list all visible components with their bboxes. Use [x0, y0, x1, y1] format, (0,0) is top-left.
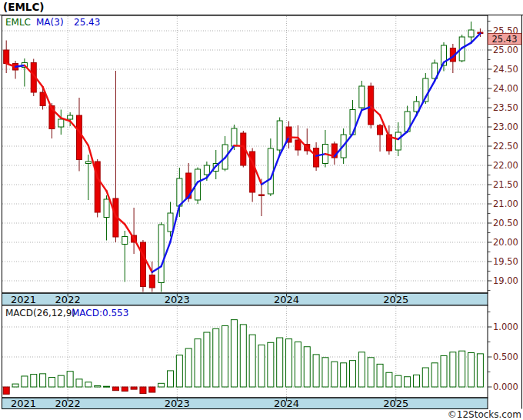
macd-value-axis: 1.0000.5000.000	[488, 312, 518, 393]
candle-body-2024-02	[295, 140, 301, 150]
macd-bar-2025-04	[422, 368, 428, 387]
candle-body-2022-02	[77, 115, 82, 160]
macd-bar-2023-08	[240, 325, 246, 387]
candle-body-2025-09	[468, 30, 474, 37]
year-label-main-2021: 2021	[11, 294, 36, 305]
main-axis-label: 24.00	[493, 83, 518, 94]
macd-bar-2022-07	[122, 387, 128, 391]
macd-bar-2025-05	[431, 363, 438, 387]
macd-bar-2021-07	[12, 384, 18, 387]
main-axis-label: 19.50	[493, 256, 518, 267]
macd-bar-2024-08	[350, 361, 356, 387]
macd-bar-2025-06	[441, 355, 447, 387]
macd-bar-2023-12	[277, 338, 283, 387]
candle-body-2023-07	[232, 128, 237, 146]
candle-body-2022-10	[149, 275, 155, 288]
candle-body-2022-11	[158, 225, 164, 283]
last-price-label: 25.43	[492, 34, 518, 45]
macd-bar-2022-12	[168, 371, 174, 387]
macd-bar-2023-07	[231, 320, 237, 387]
candle-body-2022-03	[85, 162, 91, 164]
main-price-axis: 25.5025.0024.5024.0023.5023.0022.5022.00…	[488, 22, 518, 291]
main-axis-label: 19.00	[493, 275, 518, 286]
main-axis-label: 20.00	[493, 237, 518, 248]
macd-bar-2025-10	[477, 354, 483, 387]
macd-bar-2024-03	[304, 347, 310, 387]
macd-bar-2023-01	[176, 355, 182, 387]
candle-body-2023-12	[277, 121, 282, 150]
legend-ma-value: 25.43	[74, 17, 100, 28]
candle-body-2021-12	[58, 119, 64, 127]
main-axis-label: 23.50	[493, 102, 518, 113]
macd-bar-2022-03	[85, 382, 92, 387]
macd-bar-2022-11	[158, 383, 165, 387]
main-axis-label: 23.00	[493, 122, 518, 132]
macd-bar-2025-02	[405, 377, 411, 387]
page-title: (EMLC)	[3, 1, 45, 13]
candle-body-2024-04	[314, 148, 319, 168]
macd-bar-2025-08	[459, 351, 465, 387]
emlc-chart-svg: (EMLC) 25.5025.0024.5024.0023.5023.0022.…	[0, 0, 523, 420]
main-axis-label: 20.50	[493, 218, 518, 228]
candle-body-2021-06	[4, 50, 9, 64]
macd-bar-2022-05	[104, 386, 110, 387]
candle-body-2022-07	[122, 237, 128, 245]
legend-ma-label: MA(3)	[36, 17, 64, 28]
copyright-link[interactable]: ©12Stocks.com	[448, 409, 521, 420]
macd-bar-2022-04	[95, 385, 101, 387]
macd-bar-2025-01	[395, 375, 401, 387]
macd-bar-2023-04	[204, 332, 210, 387]
macd-bar-2022-02	[76, 379, 82, 387]
candle-body-2023-01	[177, 178, 182, 206]
legend-symbol: EMLC	[5, 17, 31, 28]
macd-bar-2024-11	[377, 364, 383, 387]
macd-bar-2024-12	[386, 372, 392, 387]
year-label-macd-2021: 2021	[11, 398, 36, 409]
macd-bar-2021-12	[58, 375, 64, 387]
candle-body-2021-10	[40, 92, 45, 106]
macd-bar-2023-06	[222, 325, 228, 387]
candle-body-2022-05	[104, 199, 109, 218]
main-axis-label: 21.00	[493, 198, 518, 209]
ma3-segment	[234, 145, 243, 146]
macd-bar-2025-09	[468, 353, 475, 387]
macd-bar-2023-10	[258, 345, 265, 387]
macd-bar-2022-06	[112, 387, 118, 391]
macd-legend-value: MACD:0.553	[72, 308, 128, 318]
candle-body-2022-09	[140, 242, 145, 287]
candle-body-2023-04	[204, 165, 209, 175]
candle-body-2023-10	[259, 195, 265, 195]
macd-bar-2021-08	[22, 376, 28, 387]
macd-legend-label: MACD(26,12,9)	[5, 308, 75, 318]
main-axis-label: 24.50	[493, 64, 518, 75]
stock-chart-window: (EMLC) 25.5025.0024.5024.0023.5023.0022.…	[0, 0, 523, 420]
macd-bar-2023-09	[249, 335, 255, 387]
macd-axis-label: 0.500	[493, 352, 518, 362]
candle-body-2023-11	[268, 148, 273, 194]
macd-bar-2025-03	[413, 375, 419, 387]
main-axis-label: 25.00	[493, 45, 518, 55]
candle-body-2022-12	[168, 213, 173, 232]
macd-bar-2024-05	[322, 358, 328, 387]
macd-bar-2024-09	[358, 352, 365, 387]
macd-bar-2024-06	[331, 362, 338, 387]
macd-axis-label: 0.000	[493, 382, 518, 392]
macd-bar-2023-05	[213, 328, 219, 387]
macd-bar-2021-11	[48, 378, 55, 387]
macd-bar-2021-09	[31, 375, 37, 387]
macd-bar-2024-04	[313, 355, 319, 387]
macd-bar-2024-10	[368, 358, 374, 387]
macd-bar-2024-01	[286, 339, 292, 387]
ma3-segment	[289, 137, 298, 138]
candle-body-2024-11	[378, 125, 383, 135]
macd-bar-2021-06	[3, 387, 9, 394]
candle-body-2022-01	[68, 115, 73, 119]
main-axis-label: 22.00	[493, 160, 518, 171]
macd-bar-2023-11	[268, 342, 274, 387]
candle-body-2024-09	[359, 86, 365, 108]
macd-bar-2025-07	[450, 352, 456, 387]
macd-bar-2023-03	[195, 339, 201, 387]
main-axis-label: 21.50	[493, 179, 518, 190]
macd-bar-2024-02	[295, 342, 301, 388]
macd-bar-2023-02	[185, 348, 192, 387]
